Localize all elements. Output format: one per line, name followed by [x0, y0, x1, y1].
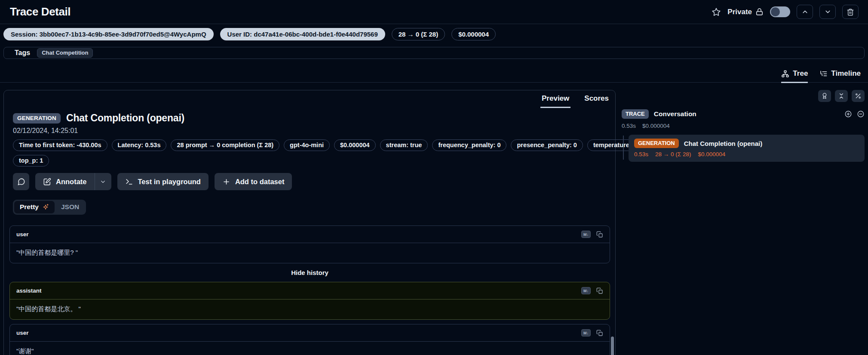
metric-pill: presence_penalty: 0 — [511, 139, 583, 151]
page-title: Trace Detail — [10, 5, 71, 19]
playground-label: Test in playground — [138, 178, 201, 186]
copy-button[interactable] — [596, 287, 603, 294]
view-tabs: Tree Timeline — [0, 64, 868, 83]
metric-pill: Latency: 0.53s — [112, 139, 167, 151]
observation-actions: Annotate Test in playground — [13, 173, 615, 190]
award-icon — [821, 93, 828, 99]
tags-container: Tags Chat Competition — [3, 47, 865, 59]
expand-all-button[interactable] — [844, 110, 852, 118]
message-header: user M↓ — [10, 324, 610, 342]
annotate-split-button: Annotate — [35, 173, 111, 190]
tab-scores[interactable]: Scores — [583, 94, 610, 108]
trace-type-badge: TRACE — [622, 109, 649, 119]
page-header: Trace Detail Private — [0, 0, 868, 24]
format-toggle: Pretty JSON — [13, 200, 86, 215]
cost-badge: $0.000004 — [451, 28, 496, 40]
message-header: user M↓ — [10, 226, 610, 243]
content-area: Preview Scores GENERATION Chat Completio… — [0, 90, 868, 355]
comment-button[interactable] — [13, 173, 29, 190]
message-list: user M↓ "中国的首都是哪里? " Hide history — [9, 225, 610, 355]
tab-preview[interactable]: Preview — [540, 94, 570, 108]
test-in-playground-button[interactable]: Test in playground — [117, 173, 209, 190]
plus-circle-icon — [844, 110, 852, 118]
message-content: "中国的首都是北京。 " — [10, 299, 610, 319]
user-id-badge[interactable]: User ID: dc47a41e-06bc-400d-bde1-f0e440d… — [220, 28, 385, 40]
token-usage-badge: 28 → 0 (Σ 28) — [392, 28, 445, 40]
node-cost: $0.000004 — [698, 151, 725, 157]
format-tab-json[interactable]: JSON — [55, 201, 85, 213]
tags-label: Tags — [15, 49, 30, 57]
generation-node-badge: GENERATION — [634, 139, 679, 148]
list-tree-icon — [819, 70, 828, 78]
prev-trace-button[interactable] — [797, 5, 813, 19]
generation-node-selected[interactable]: GENERATION Chat Completion (openai) 0.53… — [629, 135, 865, 162]
terminal-icon — [125, 178, 133, 186]
next-trace-button[interactable] — [819, 5, 836, 19]
chevron-up-icon — [801, 8, 809, 15]
delete-trace-button[interactable] — [842, 5, 859, 19]
markdown-toggle-icon[interactable]: M↓ — [581, 231, 591, 238]
minus-circle-icon — [857, 110, 865, 118]
sidebar-toolbar — [622, 90, 865, 102]
chevron-down-icon — [824, 8, 831, 15]
public-sharing-toggle[interactable] — [770, 6, 790, 17]
metric-pill: 28 prompt → 0 completion (Σ 28) — [171, 139, 279, 151]
trace-tree-sidebar: TRACE Conversation 0.53s — [616, 90, 868, 162]
node-tokens: 28 → 0 (Σ 28) — [655, 151, 691, 157]
annotate-button[interactable]: Annotate — [35, 173, 95, 190]
copy-icon — [596, 287, 603, 294]
metric-pill: $0.000004 — [334, 139, 376, 151]
node-latency: 0.53s — [634, 151, 648, 157]
generation-type-badge: GENERATION — [13, 113, 61, 123]
message-role: user — [16, 231, 29, 238]
chevrons-collapse-icon — [838, 93, 845, 99]
annotate-dropdown-button[interactable] — [95, 173, 111, 190]
tag-chat-competition[interactable]: Chat Competition — [37, 48, 93, 58]
message-role: assistant — [16, 287, 42, 294]
session-badge[interactable]: Session: 3bb00ec7-1b13-4c9b-85ee-3d9d70f… — [3, 28, 214, 40]
tree-icon — [781, 70, 789, 78]
message-role: user — [16, 330, 29, 336]
markdown-toggle-icon[interactable]: M↓ — [581, 329, 591, 336]
message-user-1: user M↓ "中国的首都是哪里? " — [9, 225, 610, 263]
observation-panel: Preview Scores GENERATION Chat Completio… — [3, 90, 616, 355]
add-to-dataset-button[interactable]: Add to dataset — [215, 173, 292, 190]
panel-tabs: Preview Scores — [4, 90, 615, 108]
collapse-all-button[interactable] — [835, 90, 848, 102]
tab-timeline[interactable]: Timeline — [819, 69, 861, 83]
panel-scrollbar[interactable] — [611, 336, 614, 355]
metric-pill: frequency_penalty: 0 — [432, 139, 506, 151]
trace-root-row[interactable]: TRACE Conversation — [622, 109, 865, 119]
trace-name: Conversation — [654, 110, 696, 118]
pretty-label: Pretty — [20, 203, 39, 211]
scores-toggle-button[interactable] — [818, 90, 831, 102]
trace-latency: 0.53s — [622, 123, 636, 129]
metrics-toggle-button[interactable] — [852, 90, 865, 102]
message-assistant: assistant M↓ "中国的首都是北京。 " — [9, 282, 610, 320]
sparkles-icon — [42, 204, 49, 210]
hide-history-button[interactable]: Hide history — [9, 269, 610, 276]
markdown-toggle-icon[interactable]: M↓ — [581, 287, 591, 294]
chevron-down-icon — [100, 179, 106, 185]
message-user-2: user M↓ "谢谢" — [9, 324, 610, 355]
metric-pill: gpt-4o-mini — [284, 139, 330, 151]
header-controls: Private — [712, 5, 859, 19]
message-content: "中国的首都是哪里? " — [10, 243, 610, 263]
tab-tree[interactable]: Tree — [781, 69, 808, 83]
trash-icon — [847, 8, 854, 16]
collapse-node-button[interactable] — [857, 110, 865, 118]
trace-cost: $0.000004 — [642, 123, 670, 129]
bookmark-star-button[interactable] — [712, 7, 721, 17]
tree-connector-line — [623, 136, 624, 160]
format-tab-pretty[interactable]: Pretty — [14, 201, 55, 213]
observation-timestamp: 02/12/2024, 14:25:01 — [13, 127, 606, 135]
comment-icon — [17, 178, 25, 186]
metric-pill: Time to first token: -430.00s — [13, 139, 107, 151]
annotate-pen-icon — [43, 178, 51, 186]
plus-icon — [222, 178, 230, 186]
trace-detail-page: Trace Detail Private — [0, 0, 868, 355]
metric-pill: top_p: 1 — [13, 155, 49, 167]
copy-button[interactable] — [596, 330, 603, 336]
star-icon — [712, 7, 721, 17]
copy-button[interactable] — [596, 231, 603, 238]
